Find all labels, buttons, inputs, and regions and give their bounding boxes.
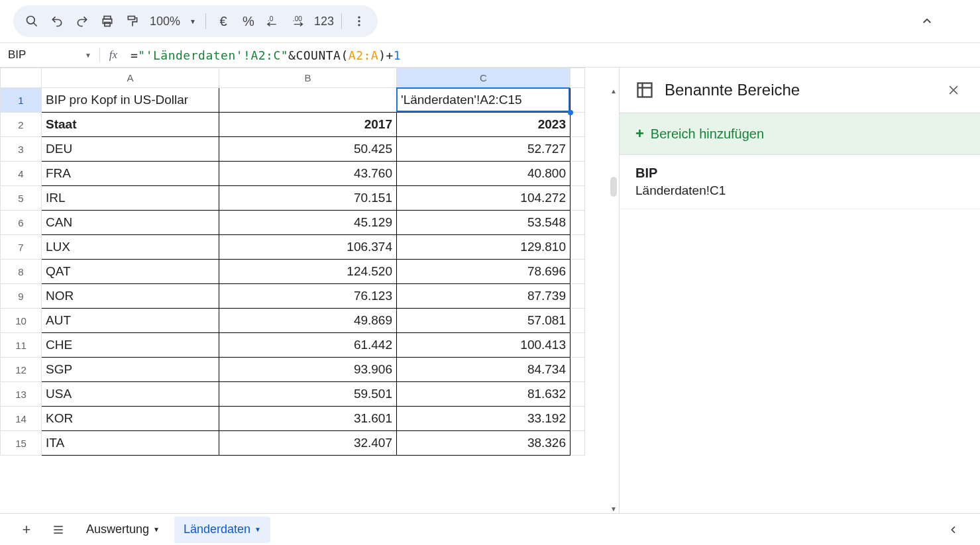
cell[interactable] xyxy=(571,358,585,382)
cell[interactable] xyxy=(571,309,585,333)
cell[interactable]: 104.272 xyxy=(397,186,571,211)
add-range-button[interactable]: + Bereich hinzufügen xyxy=(620,113,980,155)
paint-format-icon[interactable] xyxy=(121,9,144,33)
cell[interactable]: NOR xyxy=(42,284,219,309)
cell[interactable] xyxy=(571,284,585,309)
row-header[interactable]: 10 xyxy=(1,309,42,333)
cell[interactable] xyxy=(571,431,585,456)
column-header-a[interactable]: A xyxy=(42,68,219,88)
cell[interactable]: 61.442 xyxy=(219,333,397,358)
cell[interactable]: 45.129 xyxy=(219,211,397,235)
cell[interactable]: Staat xyxy=(42,113,219,137)
cell[interactable]: CHE xyxy=(42,333,219,358)
decrease-decimal-icon[interactable]: .0 xyxy=(262,9,286,33)
cell[interactable]: 93.906 xyxy=(219,358,397,382)
row-header[interactable]: 12 xyxy=(1,358,42,382)
row-header[interactable]: 4 xyxy=(1,162,42,186)
cell[interactable]: 2023 xyxy=(397,113,571,137)
cell[interactable]: FRA xyxy=(42,162,219,186)
cell[interactable]: 32.407 xyxy=(219,431,397,456)
row-header[interactable]: 15 xyxy=(1,431,42,456)
row-header[interactable]: 14 xyxy=(1,407,42,431)
cell[interactable]: SGP xyxy=(42,358,219,382)
name-box[interactable]: BIP ▼ xyxy=(0,48,99,62)
zoom-select[interactable]: 100%▼ xyxy=(146,15,200,28)
all-sheets-button[interactable] xyxy=(45,517,72,543)
row-header[interactable]: 6 xyxy=(1,211,42,235)
cell[interactable]: KOR xyxy=(42,407,219,431)
more-options-icon[interactable] xyxy=(347,9,371,33)
cell[interactable]: 33.192 xyxy=(397,407,571,431)
cell[interactable]: LUX xyxy=(42,235,219,260)
collapse-toolbar-icon[interactable] xyxy=(914,8,940,34)
scroll-up-icon[interactable]: ▲ xyxy=(610,87,617,95)
cell[interactable]: 106.374 xyxy=(219,235,397,260)
cell[interactable] xyxy=(571,137,585,162)
add-sheet-button[interactable]: + xyxy=(13,517,40,543)
column-header-b[interactable]: B xyxy=(219,68,397,88)
cell[interactable]: 57.081 xyxy=(397,309,571,333)
cell[interactable] xyxy=(571,260,585,284)
cell[interactable]: 124.520 xyxy=(219,260,397,284)
cell[interactable]: 87.739 xyxy=(397,284,571,309)
scroll-down-icon[interactable]: ▼ xyxy=(610,505,617,513)
cell[interactable] xyxy=(571,162,585,186)
percent-format-button[interactable]: % xyxy=(237,9,260,33)
print-icon[interactable] xyxy=(95,9,119,33)
row-header[interactable]: 11 xyxy=(1,333,42,358)
row-header[interactable]: 5 xyxy=(1,186,42,211)
cell[interactable]: ITA xyxy=(42,431,219,456)
row-header[interactable]: 3 xyxy=(1,137,42,162)
number-format-button[interactable]: 123 xyxy=(312,9,336,33)
row-header[interactable]: 9 xyxy=(1,284,42,309)
select-all-corner[interactable] xyxy=(1,68,42,88)
cell[interactable]: 100.413 xyxy=(397,333,571,358)
cell[interactable] xyxy=(571,113,585,137)
cell[interactable] xyxy=(219,88,397,113)
cell[interactable]: IRL xyxy=(42,186,219,211)
selected-cell[interactable]: 'Länderdaten'!A2:C15 xyxy=(397,88,571,113)
cell[interactable]: 31.601 xyxy=(219,407,397,431)
cell[interactable]: 49.869 xyxy=(219,309,397,333)
row-header[interactable]: 1 xyxy=(1,88,42,113)
cell[interactable]: 2017 xyxy=(219,113,397,137)
column-header-d[interactable] xyxy=(571,68,585,88)
cell[interactable]: 70.151 xyxy=(219,186,397,211)
row-header[interactable]: 7 xyxy=(1,235,42,260)
cell[interactable]: 52.727 xyxy=(397,137,571,162)
cell[interactable]: DEU xyxy=(42,137,219,162)
undo-icon[interactable] xyxy=(45,9,69,33)
cell[interactable]: 59.501 xyxy=(219,382,397,407)
named-range-item[interactable]: BIP Länderdaten!C1 xyxy=(620,155,980,209)
close-icon[interactable] xyxy=(943,79,964,101)
cell[interactable]: USA xyxy=(42,382,219,407)
side-panel-toggle-icon[interactable] xyxy=(940,517,967,543)
row-header[interactable]: 13 xyxy=(1,382,42,407)
sheet-tab-laenderdaten[interactable]: Länderdaten ▼ xyxy=(174,517,270,543)
cell[interactable]: CAN xyxy=(42,211,219,235)
column-header-c[interactable]: C xyxy=(397,68,571,88)
cell[interactable]: 38.326 xyxy=(397,431,571,456)
increase-decimal-icon[interactable]: .00 xyxy=(287,9,311,33)
cell[interactable] xyxy=(571,382,585,407)
grid[interactable]: A B C 1 BIP pro Kopf in US-Dollar 'Lände… xyxy=(0,68,585,456)
sheet-tab-auswertung[interactable]: Auswertung ▼ xyxy=(77,517,169,543)
cell[interactable]: 50.425 xyxy=(219,137,397,162)
cell[interactable]: 129.810 xyxy=(397,235,571,260)
cell[interactable]: 53.548 xyxy=(397,211,571,235)
cell[interactable]: 76.123 xyxy=(219,284,397,309)
cell[interactable] xyxy=(571,333,585,358)
row-header[interactable]: 2 xyxy=(1,113,42,137)
cell[interactable] xyxy=(571,235,585,260)
scrollbar-thumb[interactable] xyxy=(610,177,617,197)
cell[interactable]: 81.632 xyxy=(397,382,571,407)
cell[interactable]: AUT xyxy=(42,309,219,333)
cell[interactable]: QAT xyxy=(42,260,219,284)
formula-input[interactable]: ="'Länderdaten'!A2:C"&COUNTA(A2:A)+1 xyxy=(127,48,980,62)
cell[interactable]: 78.696 xyxy=(397,260,571,284)
cell[interactable] xyxy=(571,186,585,211)
vertical-scrollbar[interactable]: ▲ ▼ xyxy=(608,87,619,513)
cell[interactable]: BIP pro Kopf in US-Dollar xyxy=(42,88,219,113)
search-icon[interactable] xyxy=(20,9,44,33)
cell[interactable]: 84.734 xyxy=(397,358,571,382)
